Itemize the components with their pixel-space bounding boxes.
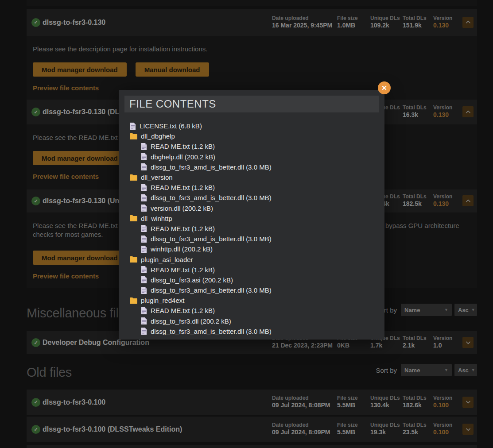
tree-item-label: dll_version: [141, 174, 173, 181]
tree-file: dbghelp.dll (200.2 kB): [119, 152, 384, 162]
tree-folder: dll_winhttp: [119, 213, 384, 224]
tree-folder: dll_version: [119, 172, 384, 182]
tree-file: winhttp.dll (200.2 kB): [119, 244, 384, 254]
tree-file: LICENSE.txt (6.8 kB): [119, 121, 384, 131]
tree-item-label: plugin_red4ext: [141, 297, 184, 304]
folder-icon: [130, 215, 137, 221]
file-icon: [141, 236, 147, 243]
file-icon: [141, 153, 147, 160]
tree-file: version.dll (200.2 kB): [119, 203, 384, 213]
tree-file: dlssg_to_fsr3_amd_is_better.dll (3.0 MB): [119, 285, 384, 295]
tree-item-label: dlssg_to_fsr3.dll (200.2 kB): [151, 317, 231, 325]
file-icon: [141, 276, 147, 283]
tree-item-label: LICENSE.txt (6.8 kB): [140, 122, 202, 130]
file-icon: [141, 143, 147, 150]
tree-file: dlssg_to_fsr3_amd_is_better.dll (3.0 MB): [119, 162, 384, 172]
tree-item-label: dlssg_to_fsr3_amd_is_better.dll (3.0 MB): [151, 286, 272, 294]
tree-file: dlssg_to_fsr3.asi (200.2 kB): [119, 275, 384, 285]
modal-title: FILE CONTENTS: [124, 96, 379, 112]
tree-item-label: READ ME.txt (1.2 kB): [151, 143, 215, 150]
file-icon: [141, 225, 147, 232]
file-icon: [141, 184, 147, 191]
file-icon: [141, 307, 147, 314]
tree-file: READ ME.txt (1.2 kB): [119, 182, 384, 193]
file-contents-modal: FILE CONTENTS LICENSE.txt (6.8 kB)dll_db…: [119, 90, 384, 340]
tree-item-label: winhttp.dll (200.2 kB): [151, 245, 213, 253]
file-icon: [141, 194, 147, 201]
tree-file: dlssg_to_fsr3.dll (200.2 kB): [119, 316, 384, 326]
folder-icon: [130, 133, 137, 139]
tree-file: READ ME.txt (1.2 kB): [119, 224, 384, 234]
file-tree: LICENSE.txt (6.8 kB)dll_dbghelpREAD ME.t…: [119, 118, 384, 340]
file-icon: [141, 317, 147, 324]
tree-folder: plugin_red4ext: [119, 295, 384, 305]
tree-item-label: dlssg_to_fsr3_amd_is_better.dll (3.0 MB): [151, 163, 272, 171]
tree-item-label: dlssg_to_fsr3.asi (200.2 kB): [151, 276, 233, 284]
folder-icon: [130, 297, 137, 304]
tree-file: READ ME.txt (1.2 kB): [119, 265, 384, 275]
tree-item-label: READ ME.txt (1.2 kB): [151, 225, 215, 232]
tree-item-label: READ ME.txt (1.2 kB): [151, 307, 215, 314]
tree-item-label: dlssg_to_fsr3_amd_is_better.dll (3.0 MB): [151, 328, 272, 335]
file-icon: [130, 123, 136, 130]
folder-icon: [130, 174, 137, 181]
tree-file: dlssg_to_fsr3_amd_is_better.dll (3.0 MB): [119, 193, 384, 203]
tree-item-label: READ ME.txt (1.2 kB): [151, 184, 215, 191]
tree-file: dlssg_to_fsr3_amd_is_better.dll (3.0 MB): [119, 234, 384, 244]
tree-file: dlssg_to_fsr3_amd_is_better.dll (3.0 MB): [119, 326, 384, 336]
tree-item-label: dlssg_to_fsr3_amd_is_better.dll (3.0 MB): [151, 194, 272, 201]
tree-item-label: plugin_asi_loader: [141, 256, 193, 263]
folder-icon: [130, 256, 137, 263]
file-icon: [141, 163, 147, 170]
tree-folder: plugin_asi_loader: [119, 254, 384, 264]
tree-item-label: dll_dbghelp: [141, 132, 175, 140]
file-icon: [141, 287, 147, 294]
file-icon: [141, 246, 147, 253]
tree-item-label: dll_winhttp: [141, 215, 172, 222]
tree-folder: dll_dbghelp: [119, 131, 384, 141]
tree-item-label: READ ME.txt (1.2 kB): [151, 266, 215, 274]
file-icon: [141, 328, 147, 335]
tree-file: READ ME.txt (1.2 kB): [119, 305, 384, 316]
file-icon: [141, 205, 147, 212]
tree-item-label: dlssg_to_fsr3_amd_is_better.dll (3.0 MB): [151, 235, 272, 243]
close-icon[interactable]: ✕: [378, 81, 391, 94]
tree-file: READ ME.txt (1.2 kB): [119, 141, 384, 151]
tree-item-label: version.dll (200.2 kB): [151, 205, 213, 212]
tree-item-label: dbghelp.dll (200.2 kB): [151, 153, 215, 161]
file-icon: [141, 266, 147, 273]
